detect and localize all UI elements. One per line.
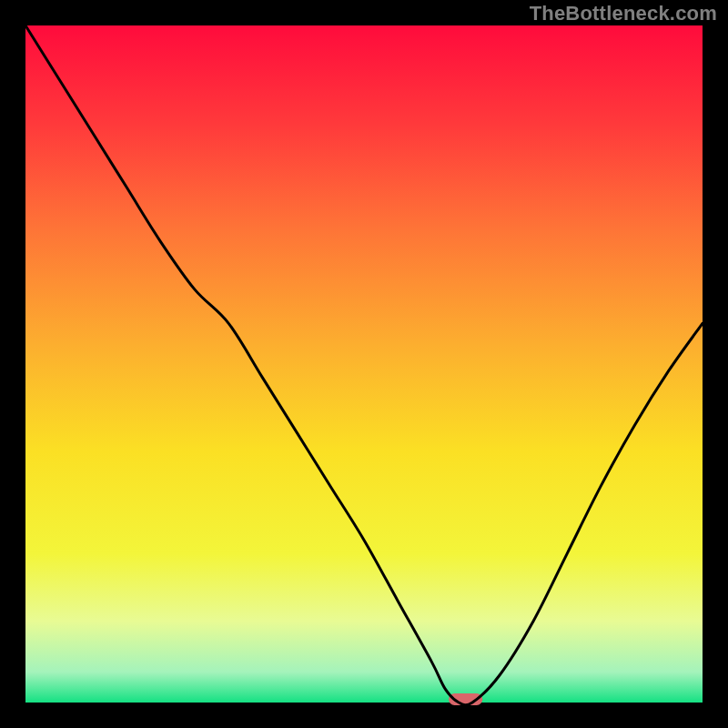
plot-background [25, 25, 703, 703]
watermark-label: TheBottleneck.com [530, 4, 717, 24]
chart-stage: TheBottleneck.com [0, 0, 728, 728]
chart-svg [0, 0, 728, 728]
